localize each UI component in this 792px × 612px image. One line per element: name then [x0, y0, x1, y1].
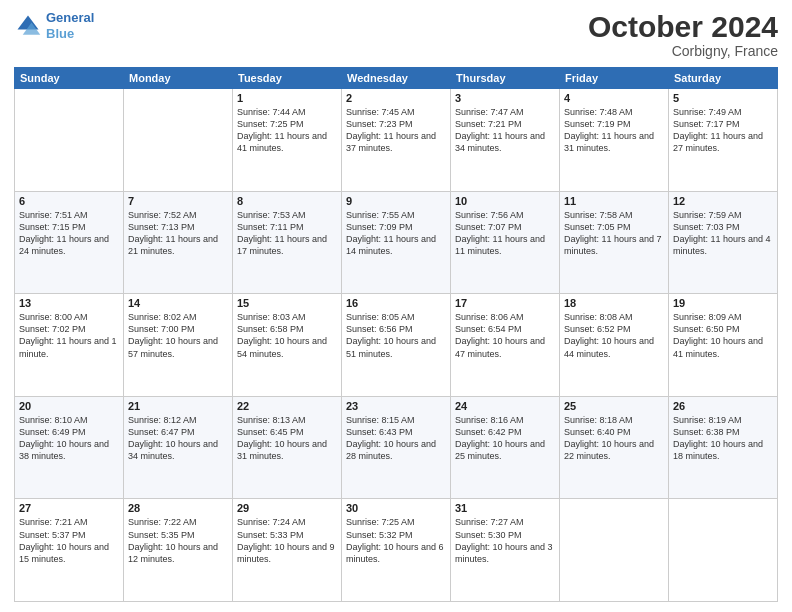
page-header: General Blue October 2024 Corbigny, Fran…	[14, 10, 778, 59]
calendar-cell-1-0: 6 Sunrise: 7:51 AMSunset: 7:15 PMDayligh…	[15, 191, 124, 294]
day-info: Sunrise: 8:08 AMSunset: 6:52 PMDaylight:…	[564, 311, 664, 360]
day-info: Sunrise: 8:12 AMSunset: 6:47 PMDaylight:…	[128, 414, 228, 463]
day-info: Sunrise: 7:55 AMSunset: 7:09 PMDaylight:…	[346, 209, 446, 258]
day-info: Sunrise: 7:21 AMSunset: 5:37 PMDaylight:…	[19, 516, 119, 565]
week-row-2: 6 Sunrise: 7:51 AMSunset: 7:15 PMDayligh…	[15, 191, 778, 294]
calendar-cell-3-5: 25 Sunrise: 8:18 AMSunset: 6:40 PMDaylig…	[560, 396, 669, 499]
day-number: 27	[19, 502, 119, 514]
day-info: Sunrise: 8:13 AMSunset: 6:45 PMDaylight:…	[237, 414, 337, 463]
day-info: Sunrise: 7:24 AMSunset: 5:33 PMDaylight:…	[237, 516, 337, 565]
month-title: October 2024	[588, 10, 778, 43]
day-info: Sunrise: 7:53 AMSunset: 7:11 PMDaylight:…	[237, 209, 337, 258]
col-tuesday: Tuesday	[233, 68, 342, 89]
calendar-cell-0-6: 5 Sunrise: 7:49 AMSunset: 7:17 PMDayligh…	[669, 89, 778, 192]
calendar-cell-3-0: 20 Sunrise: 8:10 AMSunset: 6:49 PMDaylig…	[15, 396, 124, 499]
day-number: 19	[673, 297, 773, 309]
day-info: Sunrise: 7:52 AMSunset: 7:13 PMDaylight:…	[128, 209, 228, 258]
col-thursday: Thursday	[451, 68, 560, 89]
title-section: October 2024 Corbigny, France	[588, 10, 778, 59]
calendar-cell-4-4: 31 Sunrise: 7:27 AMSunset: 5:30 PMDaylig…	[451, 499, 560, 602]
calendar-cell-3-2: 22 Sunrise: 8:13 AMSunset: 6:45 PMDaylig…	[233, 396, 342, 499]
day-info: Sunrise: 8:00 AMSunset: 7:02 PMDaylight:…	[19, 311, 119, 360]
col-wednesday: Wednesday	[342, 68, 451, 89]
calendar-cell-3-3: 23 Sunrise: 8:15 AMSunset: 6:43 PMDaylig…	[342, 396, 451, 499]
day-number: 31	[455, 502, 555, 514]
day-info: Sunrise: 7:45 AMSunset: 7:23 PMDaylight:…	[346, 106, 446, 155]
calendar-cell-2-5: 18 Sunrise: 8:08 AMSunset: 6:52 PMDaylig…	[560, 294, 669, 397]
day-number: 9	[346, 195, 446, 207]
day-number: 18	[564, 297, 664, 309]
calendar-cell-4-1: 28 Sunrise: 7:22 AMSunset: 5:35 PMDaylig…	[124, 499, 233, 602]
day-number: 5	[673, 92, 773, 104]
day-info: Sunrise: 7:47 AMSunset: 7:21 PMDaylight:…	[455, 106, 555, 155]
calendar-cell-1-3: 9 Sunrise: 7:55 AMSunset: 7:09 PMDayligh…	[342, 191, 451, 294]
logo-text: General Blue	[46, 10, 94, 41]
calendar-cell-3-4: 24 Sunrise: 8:16 AMSunset: 6:42 PMDaylig…	[451, 396, 560, 499]
day-info: Sunrise: 7:59 AMSunset: 7:03 PMDaylight:…	[673, 209, 773, 258]
day-info: Sunrise: 8:15 AMSunset: 6:43 PMDaylight:…	[346, 414, 446, 463]
logo: General Blue	[14, 10, 94, 41]
day-info: Sunrise: 8:10 AMSunset: 6:49 PMDaylight:…	[19, 414, 119, 463]
calendar-cell-0-5: 4 Sunrise: 7:48 AMSunset: 7:19 PMDayligh…	[560, 89, 669, 192]
day-number: 1	[237, 92, 337, 104]
week-row-4: 20 Sunrise: 8:10 AMSunset: 6:49 PMDaylig…	[15, 396, 778, 499]
calendar-cell-2-2: 15 Sunrise: 8:03 AMSunset: 6:58 PMDaylig…	[233, 294, 342, 397]
day-info: Sunrise: 8:18 AMSunset: 6:40 PMDaylight:…	[564, 414, 664, 463]
calendar-cell-2-6: 19 Sunrise: 8:09 AMSunset: 6:50 PMDaylig…	[669, 294, 778, 397]
calendar-cell-0-2: 1 Sunrise: 7:44 AMSunset: 7:25 PMDayligh…	[233, 89, 342, 192]
calendar-cell-2-4: 17 Sunrise: 8:06 AMSunset: 6:54 PMDaylig…	[451, 294, 560, 397]
day-number: 30	[346, 502, 446, 514]
col-saturday: Saturday	[669, 68, 778, 89]
day-number: 3	[455, 92, 555, 104]
calendar-cell-3-1: 21 Sunrise: 8:12 AMSunset: 6:47 PMDaylig…	[124, 396, 233, 499]
calendar-cell-4-5	[560, 499, 669, 602]
day-number: 20	[19, 400, 119, 412]
day-number: 15	[237, 297, 337, 309]
day-info: Sunrise: 7:27 AMSunset: 5:30 PMDaylight:…	[455, 516, 555, 565]
calendar-cell-4-6	[669, 499, 778, 602]
day-number: 24	[455, 400, 555, 412]
day-info: Sunrise: 8:16 AMSunset: 6:42 PMDaylight:…	[455, 414, 555, 463]
col-monday: Monday	[124, 68, 233, 89]
day-info: Sunrise: 7:49 AMSunset: 7:17 PMDaylight:…	[673, 106, 773, 155]
calendar-header-row: Sunday Monday Tuesday Wednesday Thursday…	[15, 68, 778, 89]
day-number: 2	[346, 92, 446, 104]
day-info: Sunrise: 8:02 AMSunset: 7:00 PMDaylight:…	[128, 311, 228, 360]
calendar-cell-0-4: 3 Sunrise: 7:47 AMSunset: 7:21 PMDayligh…	[451, 89, 560, 192]
calendar-cell-1-5: 11 Sunrise: 7:58 AMSunset: 7:05 PMDaylig…	[560, 191, 669, 294]
calendar-cell-4-0: 27 Sunrise: 7:21 AMSunset: 5:37 PMDaylig…	[15, 499, 124, 602]
calendar-cell-1-2: 8 Sunrise: 7:53 AMSunset: 7:11 PMDayligh…	[233, 191, 342, 294]
calendar-cell-4-3: 30 Sunrise: 7:25 AMSunset: 5:32 PMDaylig…	[342, 499, 451, 602]
calendar-table: Sunday Monday Tuesday Wednesday Thursday…	[14, 67, 778, 602]
day-number: 13	[19, 297, 119, 309]
week-row-3: 13 Sunrise: 8:00 AMSunset: 7:02 PMDaylig…	[15, 294, 778, 397]
calendar-page: General Blue October 2024 Corbigny, Fran…	[0, 0, 792, 612]
day-number: 10	[455, 195, 555, 207]
calendar-cell-0-0	[15, 89, 124, 192]
day-info: Sunrise: 7:56 AMSunset: 7:07 PMDaylight:…	[455, 209, 555, 258]
calendar-cell-4-2: 29 Sunrise: 7:24 AMSunset: 5:33 PMDaylig…	[233, 499, 342, 602]
day-number: 16	[346, 297, 446, 309]
col-friday: Friday	[560, 68, 669, 89]
day-info: Sunrise: 7:58 AMSunset: 7:05 PMDaylight:…	[564, 209, 664, 258]
calendar-cell-1-6: 12 Sunrise: 7:59 AMSunset: 7:03 PMDaylig…	[669, 191, 778, 294]
day-number: 21	[128, 400, 228, 412]
calendar-cell-1-1: 7 Sunrise: 7:52 AMSunset: 7:13 PMDayligh…	[124, 191, 233, 294]
day-info: Sunrise: 8:06 AMSunset: 6:54 PMDaylight:…	[455, 311, 555, 360]
week-row-5: 27 Sunrise: 7:21 AMSunset: 5:37 PMDaylig…	[15, 499, 778, 602]
day-info: Sunrise: 8:05 AMSunset: 6:56 PMDaylight:…	[346, 311, 446, 360]
day-info: Sunrise: 7:25 AMSunset: 5:32 PMDaylight:…	[346, 516, 446, 565]
day-info: Sunrise: 7:22 AMSunset: 5:35 PMDaylight:…	[128, 516, 228, 565]
day-info: Sunrise: 7:44 AMSunset: 7:25 PMDaylight:…	[237, 106, 337, 155]
calendar-cell-2-0: 13 Sunrise: 8:00 AMSunset: 7:02 PMDaylig…	[15, 294, 124, 397]
day-info: Sunrise: 7:51 AMSunset: 7:15 PMDaylight:…	[19, 209, 119, 258]
day-number: 22	[237, 400, 337, 412]
calendar-cell-2-3: 16 Sunrise: 8:05 AMSunset: 6:56 PMDaylig…	[342, 294, 451, 397]
day-number: 11	[564, 195, 664, 207]
week-row-1: 1 Sunrise: 7:44 AMSunset: 7:25 PMDayligh…	[15, 89, 778, 192]
calendar-cell-0-3: 2 Sunrise: 7:45 AMSunset: 7:23 PMDayligh…	[342, 89, 451, 192]
day-number: 12	[673, 195, 773, 207]
day-number: 25	[564, 400, 664, 412]
day-info: Sunrise: 7:48 AMSunset: 7:19 PMDaylight:…	[564, 106, 664, 155]
calendar-cell-3-6: 26 Sunrise: 8:19 AMSunset: 6:38 PMDaylig…	[669, 396, 778, 499]
